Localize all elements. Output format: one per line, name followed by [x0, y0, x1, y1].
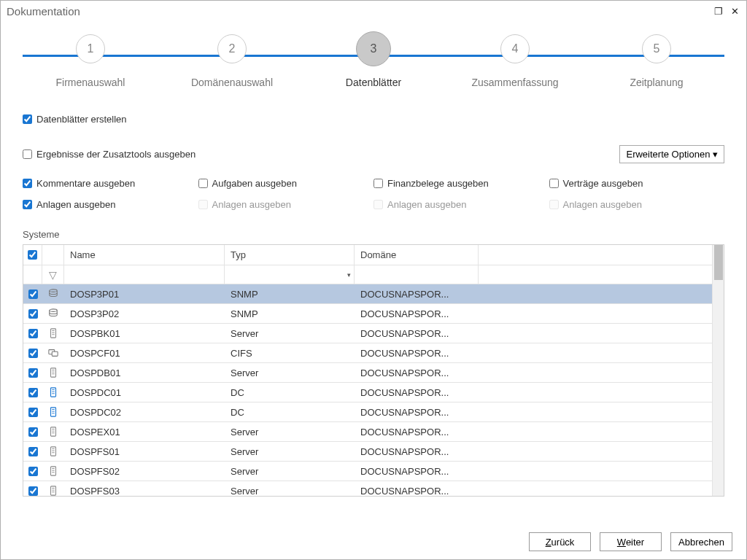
funnel-icon[interactable]: ▽ [49, 269, 57, 281]
row-name-cell: DOSPFS03 [64, 481, 225, 496]
row-type-icon [42, 363, 64, 382]
svg-rect-28 [51, 467, 56, 475]
filter-name-cell[interactable] [64, 265, 225, 284]
row-name-cell: DOSPDB01 [64, 363, 225, 382]
output-option: Aufgaben ausgeben [198, 178, 374, 189]
extra-tools-option: Ergebnisse der Zusatztools ausgeben [23, 149, 196, 160]
table-header-row: Name Typ Domäne [23, 245, 724, 265]
row-checkbox-cell[interactable] [23, 383, 42, 402]
step-label: Firmenauswahl [56, 77, 125, 88]
wizard-step[interactable]: 3Datenblätter [306, 34, 441, 88]
row-checkbox[interactable] [28, 368, 38, 378]
row-checkbox[interactable] [28, 349, 38, 358]
output-option: Anlagen ausgeben [549, 199, 725, 210]
row-checkbox[interactable] [28, 427, 38, 437]
select-all-checkbox[interactable] [28, 250, 37, 260]
row-type-cell: SNMP [225, 284, 355, 303]
table-row[interactable]: DOSP3P02SNMPDOCUSNAPSPOR... [23, 304, 724, 324]
row-checkbox[interactable] [28, 309, 38, 319]
window-title: Dokumentation [7, 5, 80, 18]
row-type-icon [42, 324, 64, 343]
next-button[interactable]: Weiter [600, 532, 662, 551]
filter-type-cell[interactable]: ▾ [225, 265, 355, 284]
table-row[interactable]: DOSPCF01CIFSDOCUSNAPSPOR... [23, 343, 724, 363]
back-button[interactable]: Zurück [529, 532, 591, 551]
vertical-scrollbar[interactable] [712, 245, 724, 496]
extra-tools-checkbox[interactable] [23, 149, 32, 159]
row-checkbox[interactable] [28, 408, 38, 417]
row-type-icon [42, 383, 64, 402]
create-datasheets-checkbox[interactable] [23, 114, 32, 124]
row-checkbox-cell[interactable] [23, 402, 42, 421]
close-icon[interactable]: ✕ [729, 6, 740, 17]
svg-point-1 [50, 309, 58, 312]
filter-icon-cell[interactable]: ▽ [42, 265, 64, 284]
row-name-cell: DOSP3P02 [64, 304, 225, 323]
row-type-cell: Server [225, 363, 355, 382]
svg-rect-24 [51, 447, 56, 456]
step-label: Datenblätter [346, 77, 401, 88]
step-label: Zusammenfassung [471, 77, 558, 88]
table-row[interactable]: DOSPFS01ServerDOCUSNAPSPOR... [23, 442, 724, 462]
scrollbar-thumb[interactable] [714, 245, 723, 280]
option-checkbox[interactable] [198, 179, 208, 188]
header-name[interactable]: Name [64, 245, 225, 265]
row-checkbox-cell[interactable] [23, 481, 42, 496]
table-row[interactable]: DOSPEX01ServerDOCUSNAPSPOR... [23, 422, 724, 442]
row-checkbox[interactable] [28, 486, 38, 496]
row-checkbox[interactable] [28, 467, 38, 476]
footer-buttons: Zurück Weiter Abbrechen [529, 532, 732, 551]
row-spacer-cell [479, 284, 724, 303]
row-checkbox-cell[interactable] [23, 324, 42, 343]
table-row[interactable]: DOSPDC01DCDOCUSNAPSPOR... [23, 383, 724, 402]
header-type[interactable]: Typ [225, 245, 355, 265]
maximize-icon[interactable]: ❐ [713, 6, 724, 17]
row-spacer-cell [479, 363, 724, 382]
row-checkbox[interactable] [28, 388, 38, 397]
option-checkbox[interactable] [23, 179, 32, 188]
filter-name-input[interactable] [64, 265, 224, 284]
table-row[interactable]: DOSPBK01ServerDOCUSNAPSPOR... [23, 324, 724, 343]
header-checkbox-cell[interactable] [23, 245, 42, 265]
wizard-step[interactable]: 1Firmenauswahl [23, 34, 158, 88]
table-row[interactable]: DOSP3P01SNMPDOCUSNAPSPOR... [23, 284, 724, 304]
header-domain[interactable]: Domäne [355, 245, 479, 265]
filter-type-input[interactable] [225, 265, 354, 284]
wizard-step[interactable]: 2Domänenauswahl [164, 34, 300, 88]
cancel-button[interactable]: Abbrechen [670, 532, 732, 551]
option-checkbox[interactable] [549, 179, 559, 188]
row-type-icon [42, 481, 64, 496]
filter-domain-cell[interactable] [355, 265, 479, 284]
row-checkbox-cell[interactable] [23, 363, 42, 382]
row-checkbox-cell[interactable] [23, 462, 42, 481]
wizard-step[interactable]: 4Zusammenfassung [447, 34, 583, 88]
table-row[interactable]: DOSPFS03ServerDOCUSNAPSPOR... [23, 481, 724, 496]
output-option: Anlagen ausgeben [374, 199, 549, 210]
option-checkbox[interactable] [374, 179, 383, 188]
row-domain-cell: DOCUSNAPSPOR... [355, 481, 479, 496]
row-checkbox-cell[interactable] [23, 442, 42, 461]
filter-checkbox-cell [23, 265, 42, 284]
option-checkbox[interactable] [23, 200, 32, 209]
table-row[interactable]: DOSPDB01ServerDOCUSNAPSPOR... [23, 363, 724, 383]
wizard-stepper: 1Firmenauswahl2Domänenauswahl3Datenblätt… [23, 34, 724, 104]
row-checkbox-cell[interactable] [23, 284, 42, 303]
row-checkbox[interactable] [28, 289, 38, 299]
row-checkbox[interactable] [28, 329, 38, 338]
row-checkbox-cell[interactable] [23, 343, 42, 362]
option-label: Aufgaben ausgeben [212, 178, 297, 189]
chevron-down-icon[interactable]: ▾ [347, 271, 351, 279]
row-checkbox-cell[interactable] [23, 422, 42, 441]
row-checkbox-cell[interactable] [23, 304, 42, 323]
row-checkbox[interactable] [28, 447, 38, 456]
row-domain-cell: DOCUSNAPSPOR... [355, 343, 479, 362]
svg-rect-12 [51, 388, 56, 397]
create-datasheets-label: Datenblätter erstellen [36, 114, 127, 125]
filter-domain-input[interactable] [355, 265, 478, 284]
table-row[interactable]: DOSPDC02DCDOCUSNAPSPOR... [23, 402, 724, 422]
table-row[interactable]: DOSPFS02ServerDOCUSNAPSPOR... [23, 462, 724, 481]
filter-spacer-cell [479, 265, 724, 284]
wizard-step[interactable]: 5Zeitplanung [589, 34, 724, 88]
step-label: Domänenauswahl [191, 77, 273, 88]
advanced-options-button[interactable]: Erweiterte Optionen ▾ [619, 145, 724, 163]
